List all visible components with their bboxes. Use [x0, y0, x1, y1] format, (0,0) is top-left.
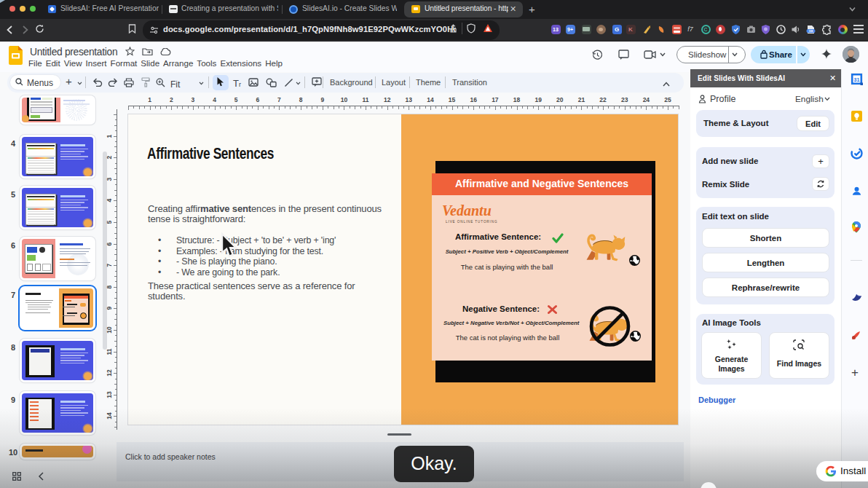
svg-text:31: 31 — [854, 77, 860, 82]
svg-text:188: 188 — [808, 30, 813, 33]
